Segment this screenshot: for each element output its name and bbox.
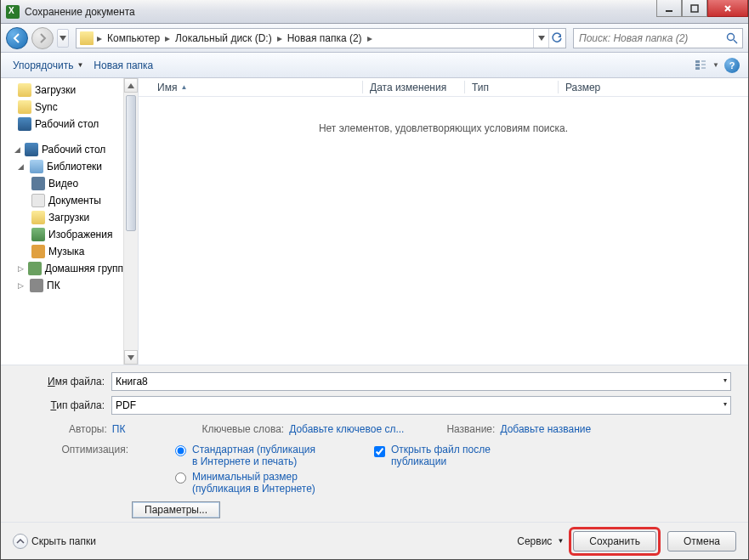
breadcrumb-item[interactable]: Компьютер — [104, 29, 163, 48]
open-after-publish-checkbox[interactable] — [374, 446, 385, 457]
chevron-up-icon — [13, 534, 28, 549]
column-header-date[interactable]: Дата изменения — [363, 78, 465, 96]
highlight-annotation: Сохранить — [569, 527, 661, 556]
minimize-button[interactable] — [656, 0, 682, 17]
cancel-button[interactable]: Отмена — [667, 531, 736, 552]
window-controls — [656, 0, 748, 17]
svg-rect-3 — [695, 64, 700, 66]
folder-tree: Загрузки Sync Рабочий стол ◢Рабочий стол… — [1, 78, 139, 365]
column-header-type[interactable]: Тип — [465, 78, 559, 96]
help-button[interactable]: ? — [723, 56, 741, 75]
breadcrumb-item[interactable]: Новая папка (2) — [284, 29, 366, 48]
breadcrumb-bar[interactable]: ▸ Компьютер ▸ Локальный диск (D:) ▸ Нова… — [76, 28, 566, 48]
authors-value[interactable]: ПК — [112, 423, 126, 435]
scroll-down-button[interactable] — [124, 350, 138, 365]
save-options-pane: Имя файла: Книга8▾ Тип файла: PDF▾ Автор… — [1, 365, 748, 522]
title-link[interactable]: Добавьте название — [500, 423, 591, 435]
breadcrumb-item[interactable]: Локальный диск (D:) — [172, 29, 275, 48]
chevron-right-icon[interactable]: ▸ — [275, 32, 284, 44]
title-label: Название: — [446, 423, 495, 435]
tree-item[interactable]: Загрузки — [1, 82, 123, 99]
collapse-icon[interactable]: ◢ — [13, 145, 21, 154]
empty-list-message: Нет элементов, удовлетворяющих условиям … — [139, 97, 748, 160]
filename-label: Имя файла: — [18, 376, 111, 387]
chevron-right-icon[interactable]: ▸ — [95, 32, 104, 44]
chevron-right-icon[interactable]: ▸ — [163, 32, 172, 44]
keywords-label: Ключевые слова: — [201, 423, 284, 435]
filename-value: Книга8 — [116, 376, 148, 387]
chevron-right-icon[interactable]: ▸ — [366, 32, 374, 44]
sort-asc-icon: ▲ — [180, 83, 187, 91]
organize-menu[interactable]: Упорядочить ▼ — [8, 57, 88, 74]
tree-item[interactable]: Изображения — [1, 226, 123, 243]
filename-combo[interactable]: Книга8▾ — [111, 372, 731, 391]
vertical-scrollbar[interactable] — [123, 78, 138, 365]
radio-standard[interactable] — [175, 445, 186, 456]
hide-folders-button[interactable]: Скрыть папки — [13, 534, 96, 549]
optimization-radio-group: Стандартная (публикация в Интернете и пе… — [171, 444, 320, 495]
image-icon — [31, 228, 45, 241]
new-folder-button[interactable]: Новая папка — [88, 57, 158, 74]
desktop-icon — [25, 143, 38, 156]
tree-item[interactable]: Sync — [1, 99, 123, 116]
help-icon: ? — [724, 58, 740, 73]
tree-item[interactable]: Музыка — [1, 243, 123, 260]
homegroup-icon — [28, 262, 42, 275]
column-headers: Имя▲ Дата изменения Тип Размер — [139, 78, 748, 97]
tree-item[interactable]: ◢Библиотеки — [1, 158, 123, 175]
expand-icon[interactable]: ▷ — [18, 264, 25, 273]
dialog-footer: Скрыть папки Сервис▼ Сохранить Отмена — [1, 522, 748, 559]
close-button[interactable] — [707, 0, 748, 17]
tree-item[interactable]: Загрузки — [1, 209, 123, 226]
file-list-pane: Имя▲ Дата изменения Тип Размер Нет элеме… — [139, 78, 748, 365]
keywords-link[interactable]: Добавьте ключевое сл... — [289, 423, 404, 435]
view-options-button[interactable] — [692, 56, 711, 75]
forward-button[interactable] — [31, 27, 54, 49]
dialog-body: Загрузки Sync Рабочий стол ◢Рабочий стол… — [1, 78, 748, 365]
authors-label: Авторы: — [69, 423, 107, 435]
tree-item[interactable]: Рабочий стол — [1, 116, 123, 133]
radio-standard-label[interactable]: Стандартная (публикация в Интернете и пе… — [192, 444, 320, 467]
open-after-publish-label[interactable]: Открыть файл после публикации — [391, 444, 527, 467]
svg-rect-2 — [695, 60, 700, 63]
folder-icon — [18, 100, 31, 114]
chevron-down-icon[interactable]: ▾ — [723, 400, 727, 408]
tools-menu[interactable]: Сервис▼ — [517, 535, 564, 547]
radio-minimum-label[interactable]: Минимальный размер (публикация в Интерне… — [192, 471, 320, 495]
command-bar: Упорядочить ▼ Новая папка ▼ ? — [1, 53, 748, 78]
parameters-button[interactable]: Параметры... — [132, 501, 220, 518]
document-icon — [31, 194, 45, 207]
tree-group[interactable]: ◢Рабочий стол — [1, 141, 123, 158]
chevron-down-icon[interactable]: ▼ — [712, 61, 719, 69]
libraries-icon — [30, 160, 43, 173]
video-icon — [31, 177, 45, 190]
titlebar: Сохранение документа — [1, 0, 748, 24]
svg-rect-0 — [691, 5, 698, 12]
tree-item[interactable]: Документы — [1, 192, 123, 209]
search-icon — [725, 31, 739, 45]
search-input[interactable] — [577, 31, 725, 45]
scrollbar-thumb[interactable] — [126, 95, 136, 231]
expand-icon[interactable]: ▷ — [18, 281, 26, 290]
back-button[interactable] — [6, 27, 28, 49]
breadcrumb-dropdown-button[interactable] — [533, 29, 548, 48]
recent-locations-button[interactable] — [57, 29, 69, 48]
refresh-button[interactable] — [548, 29, 564, 48]
filetype-combo[interactable]: PDF▾ — [111, 396, 731, 415]
column-header-size[interactable]: Размер — [559, 78, 635, 96]
search-box[interactable] — [573, 28, 743, 48]
collapse-icon[interactable]: ◢ — [18, 162, 26, 171]
chevron-down-icon[interactable]: ▾ — [723, 376, 727, 384]
svg-point-1 — [728, 33, 735, 40]
radio-minimum[interactable] — [175, 472, 186, 484]
tree-item[interactable]: ▷Домашняя групп — [1, 260, 123, 277]
tree-item[interactable]: Видео — [1, 175, 123, 192]
tree-item[interactable]: ▷ПК — [1, 277, 123, 294]
save-button[interactable]: Сохранить — [573, 531, 656, 552]
filetype-value: PDF — [116, 399, 136, 411]
desktop-icon — [18, 117, 31, 131]
maximize-button[interactable] — [682, 0, 707, 17]
navigation-bar: ▸ Компьютер ▸ Локальный диск (D:) ▸ Нова… — [1, 24, 748, 53]
column-header-name[interactable]: Имя▲ — [150, 78, 363, 96]
scroll-up-button[interactable] — [124, 78, 138, 93]
